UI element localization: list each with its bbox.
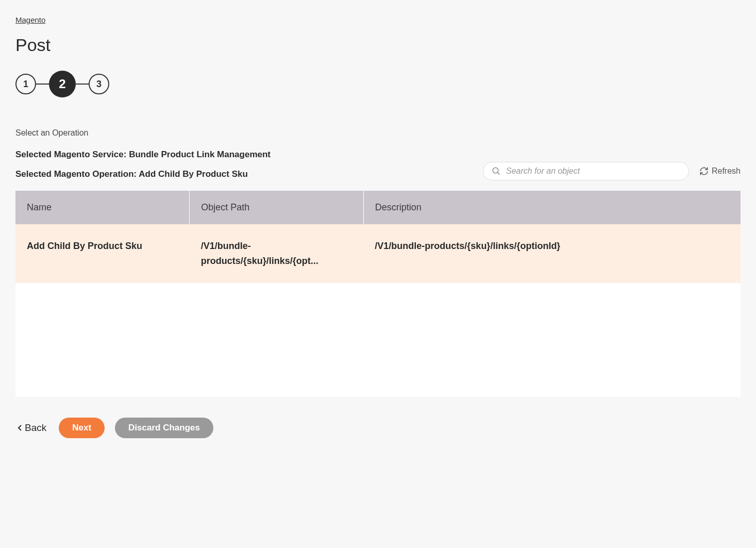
- svg-line-1: [497, 172, 500, 175]
- discard-button[interactable]: Discard Changes: [115, 418, 213, 438]
- search-wrap: [483, 162, 689, 180]
- info-right: Refresh: [483, 162, 741, 180]
- th-name[interactable]: Name: [15, 191, 190, 224]
- breadcrumb-root-link[interactable]: Magento: [15, 15, 45, 24]
- info-left: Selected Magento Service: Bundle Product…: [15, 148, 271, 180]
- info-row: Selected Magento Service: Bundle Product…: [15, 148, 741, 180]
- table-container: Name Object Path Description Add Child B…: [15, 191, 741, 397]
- footer-buttons: Back Next Discard Changes: [15, 418, 741, 438]
- svg-point-0: [493, 168, 498, 173]
- back-button[interactable]: Back: [15, 419, 48, 437]
- table-header-row: Name Object Path Description: [15, 191, 741, 224]
- breadcrumb: Magento: [15, 15, 741, 25]
- step-line: [76, 84, 89, 85]
- section-label: Select an Operation: [15, 128, 741, 138]
- refresh-button[interactable]: Refresh: [699, 167, 741, 176]
- search-icon: [492, 167, 501, 176]
- selected-operation-text: Selected Magento Operation: Add Child By…: [15, 168, 271, 181]
- table-row[interactable]: Add Child By Product Sku /V1/bundle-prod…: [15, 224, 741, 283]
- step-1[interactable]: 1: [15, 74, 36, 94]
- page-title: Post: [15, 35, 741, 55]
- back-label: Back: [25, 422, 46, 434]
- selected-service-text: Selected Magento Service: Bundle Product…: [15, 148, 271, 161]
- step-line: [36, 84, 49, 85]
- search-input[interactable]: [506, 167, 680, 176]
- cell-description: /V1/bundle-products/{sku}/links/{optionI…: [363, 224, 741, 283]
- refresh-label: Refresh: [712, 167, 741, 176]
- th-object-path[interactable]: Object Path: [190, 191, 364, 224]
- refresh-icon: [699, 167, 709, 176]
- chevron-left-icon: [18, 424, 23, 431]
- step-3[interactable]: 3: [89, 74, 109, 94]
- next-button[interactable]: Next: [59, 418, 105, 438]
- cell-object-path: /V1/bundle-products/{sku}/links/{opt...: [190, 224, 364, 283]
- operations-table: Name Object Path Description Add Child B…: [15, 191, 741, 283]
- step-2[interactable]: 2: [49, 71, 76, 97]
- stepper: 1 2 3: [15, 71, 741, 97]
- th-description[interactable]: Description: [363, 191, 741, 224]
- cell-name: Add Child By Product Sku: [15, 224, 190, 283]
